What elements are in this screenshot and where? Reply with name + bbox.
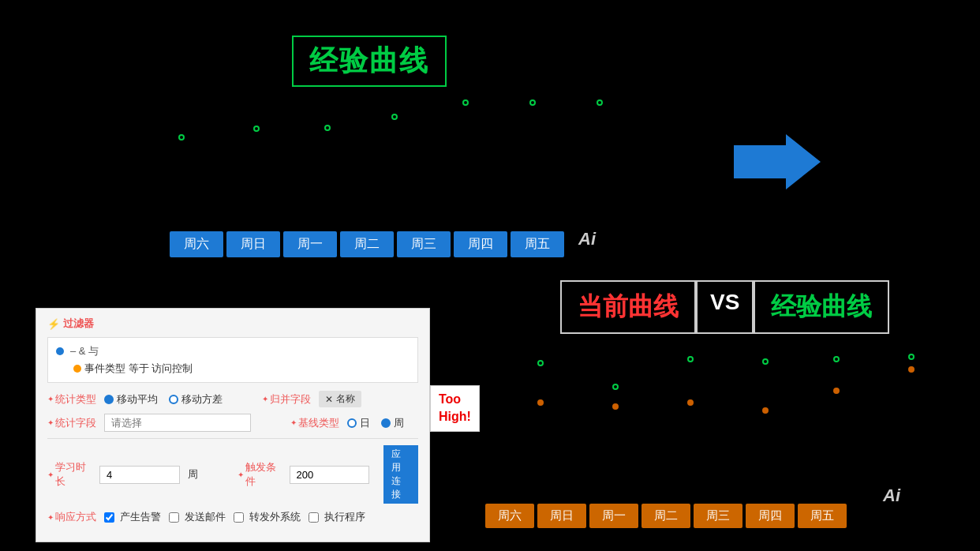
resp-email-checkbox[interactable]	[169, 512, 179, 523]
dot-bottom-g-1	[537, 360, 544, 366]
day-tab-bottom-2[interactable]: 周一	[589, 504, 638, 528]
trigger-label: 触发条件	[238, 460, 282, 489]
tree-sub-label: 事件类型 等于 访问控制	[84, 362, 193, 376]
dot-bottom-o-2	[612, 403, 619, 410]
dot-top-5	[462, 99, 469, 106]
ai-label-top: Ai	[578, 229, 596, 249]
day-tab-bottom-6[interactable]: 周五	[798, 504, 847, 528]
too-high-label: TooHigh!	[430, 385, 480, 432]
stat-type-label: 统计类型	[47, 392, 96, 407]
dot-bottom-g-3	[687, 356, 694, 362]
day-tab-top-2[interactable]: 周一	[283, 231, 337, 257]
dot-bottom-o-6	[908, 366, 915, 373]
tree-root: – & 与	[56, 344, 410, 358]
stat-field-input[interactable]	[104, 414, 251, 432]
dot-bottom-o-4	[762, 407, 769, 414]
learn-length-label: 学习时长	[47, 460, 92, 489]
vs-panel: 当前曲线 VS 经验曲线	[560, 280, 889, 334]
current-curve-box: 当前曲线	[560, 280, 696, 334]
dot-top-3	[324, 125, 331, 131]
filter-panel: ⚡ 过滤器 – & 与 事件类型 等于 访问控制 统计类型 移动平均 移动方差 …	[36, 308, 430, 542]
radio-moving-avg-icon	[104, 395, 114, 404]
day-tab-top-6[interactable]: 周五	[511, 231, 564, 257]
resp-option-exec[interactable]: 执行程序	[309, 510, 365, 524]
dot-top-6	[529, 99, 536, 106]
base-type-label: 基线类型	[290, 416, 339, 430]
day-tab-top-1[interactable]: 周日	[226, 231, 280, 257]
dot-bottom-o-5	[833, 388, 840, 394]
resp-option-alert[interactable]: 产生告警	[104, 510, 161, 524]
day-tabs-top: 周六 周日 周一 周二 周三 周四 周五	[170, 231, 564, 257]
ai-label-bottom: Ai	[883, 485, 900, 506]
day-tab-bottom-1[interactable]: 周日	[537, 504, 586, 528]
resp-exec-checkbox[interactable]	[309, 512, 319, 523]
response-row: 响应方式 产生告警 发送邮件 转发外系统 执行程序	[47, 510, 418, 524]
day-tab-bottom-5[interactable]: 周四	[746, 504, 795, 528]
base-option-week[interactable]: 周	[381, 416, 404, 430]
dot-top-7	[597, 99, 603, 106]
blue-arrow-shape	[734, 134, 821, 189]
day-tab-bottom-4[interactable]: 周三	[694, 504, 742, 528]
dot-bottom-o-1	[537, 399, 544, 406]
radio-week-icon	[381, 418, 391, 428]
stat-type-row: 统计类型 移动平均 移动方差 归并字段 ✕ 名称	[47, 391, 418, 407]
day-tabs-bottom: 周六 周日 周一 周二 周三 周四 周五	[485, 504, 847, 528]
radio-moving-var-icon	[169, 395, 178, 404]
dot-bottom-g-4	[762, 358, 769, 365]
vs-box: VS	[696, 280, 754, 334]
dot-bottom-g-6	[908, 354, 915, 360]
day-tab-top-3[interactable]: 周二	[340, 231, 394, 257]
base-option-day[interactable]: 日	[347, 416, 370, 430]
dot-top-1	[178, 134, 185, 141]
radio-day-icon	[347, 418, 357, 428]
stat-option-moving-var[interactable]: 移动方差	[169, 392, 223, 407]
resp-option-email[interactable]: 发送邮件	[169, 510, 226, 524]
dot-top-2	[253, 126, 260, 132]
save-btn[interactable]: 应用连接	[383, 445, 418, 504]
day-tab-top-5[interactable]: 周四	[454, 231, 507, 257]
stat-type-options: 移动平均 移动方差	[104, 392, 223, 407]
day-tab-bottom-0[interactable]: 周六	[485, 504, 534, 528]
vs-label: VS	[710, 290, 739, 314]
base-type-options: 日 周	[347, 416, 404, 430]
tree-sub: 事件类型 等于 访问控制	[73, 362, 410, 376]
filter-icon: ⚡	[47, 318, 60, 330]
title-text: 经验曲线	[309, 44, 429, 77]
tree-root-dot	[56, 347, 64, 355]
resp-option-forward[interactable]: 转发外系统	[234, 510, 301, 524]
stat-option-moving-avg[interactable]: 移动平均	[104, 392, 158, 407]
dot-bottom-g-2	[612, 384, 619, 390]
learn-length-unit: 周	[188, 467, 198, 482]
divider	[47, 438, 418, 439]
exp-curve-box: 经验曲线	[754, 280, 889, 334]
trigger-input[interactable]	[290, 466, 370, 484]
retain-tag: ✕ 名称	[319, 391, 361, 407]
tree-root-label: – & 与	[70, 344, 99, 358]
dot-bottom-o-3	[687, 399, 694, 406]
retain-field-label: 归并字段	[262, 392, 311, 407]
day-tab-top-4[interactable]: 周三	[397, 231, 451, 257]
tree-sub-dot	[73, 365, 81, 373]
learn-length-row: 学习时长 周 触发条件 应用连接	[47, 445, 418, 504]
stat-field-label: 统计字段	[47, 416, 96, 430]
exp-curve-label: 经验曲线	[771, 292, 872, 320]
current-curve-label: 当前曲线	[578, 292, 679, 320]
learn-length-input[interactable]	[99, 466, 180, 484]
day-tab-top-0[interactable]: 周六	[170, 231, 223, 257]
retain-tag-x[interactable]: ✕	[325, 394, 333, 405]
stat-field-row: 统计字段 基线类型 日 周	[47, 414, 418, 432]
response-label: 响应方式	[47, 510, 96, 524]
dot-bottom-g-5	[833, 356, 840, 362]
filter-tree: – & 与 事件类型 等于 访问控制	[47, 337, 418, 383]
filter-title: ⚡ 过滤器	[47, 317, 418, 331]
resp-forward-checkbox[interactable]	[234, 512, 244, 523]
resp-alert-checkbox[interactable]	[104, 512, 114, 523]
dot-top-4	[391, 114, 398, 120]
day-tab-bottom-3[interactable]: 周二	[641, 504, 690, 528]
title-box: 经验曲线	[292, 36, 447, 87]
